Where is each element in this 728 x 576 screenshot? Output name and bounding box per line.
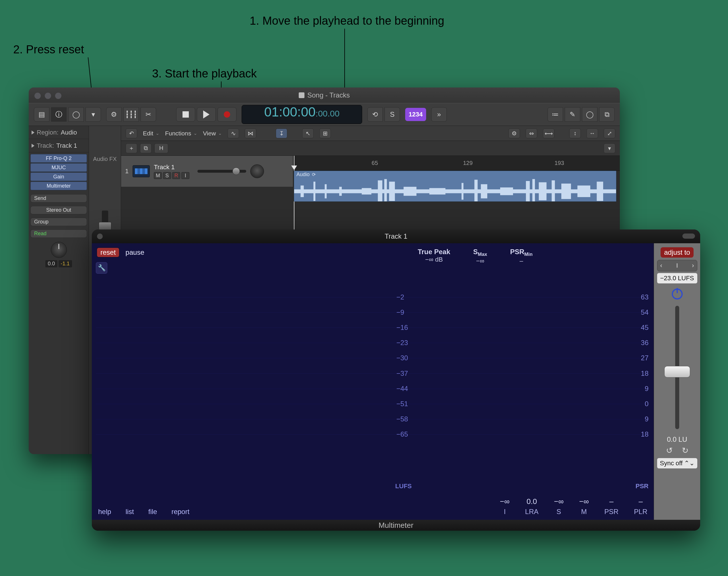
pointer-tool[interactable]: ↖ xyxy=(302,128,314,138)
cycle-button[interactable]: ⟲ xyxy=(367,107,383,122)
track-volume-slider[interactable] xyxy=(197,170,246,173)
flex-button[interactable]: ⋈ xyxy=(245,128,256,138)
send-chip[interactable]: Send xyxy=(30,194,87,203)
svg-rect-12 xyxy=(461,183,464,200)
svg-rect-18 xyxy=(539,182,547,200)
functions-menu[interactable]: Functions⌄ xyxy=(165,130,197,137)
track-row[interactable]: Track: Track 1 xyxy=(29,139,89,152)
resize-handle[interactable] xyxy=(682,233,695,239)
editors-button[interactable]: ✂ xyxy=(141,107,156,122)
timecode-display[interactable]: 01:00:00:00.00 xyxy=(242,105,362,124)
svg-rect-16 xyxy=(526,181,530,202)
drag-mode[interactable]: ⇔ xyxy=(526,128,537,138)
quick-help-button[interactable]: ◯ xyxy=(68,107,84,122)
svg-rect-22 xyxy=(597,181,603,201)
region-row[interactable]: Region: Audio xyxy=(29,126,89,139)
solo-button[interactable]: S xyxy=(385,107,400,122)
region-name: Audio xyxy=(297,172,310,178)
close-icon[interactable] xyxy=(97,233,103,239)
multimeter-window: Track 1 reset pause 🔧 True Peak −∞ dB SM… xyxy=(92,229,700,531)
svg-rect-15 xyxy=(500,187,513,195)
track-input-button[interactable]: I xyxy=(181,172,189,179)
track-pan-knob[interactable] xyxy=(250,164,264,178)
global-tracks-button[interactable]: H xyxy=(155,143,168,153)
record-button[interactable] xyxy=(218,107,236,122)
smart-controls-button[interactable]: ⚙ xyxy=(106,107,122,122)
annotation-step2: 2. Press reset xyxy=(13,43,84,56)
view-menu[interactable]: View⌄ xyxy=(203,130,222,137)
more-button[interactable]: » xyxy=(431,107,447,122)
pan-knob[interactable] xyxy=(51,242,67,258)
track-name[interactable]: Track 1 xyxy=(154,164,189,171)
timecode-sub: :00.00 xyxy=(316,109,339,118)
timecode-main: 01:00:00 xyxy=(264,105,316,118)
media-browser-button[interactable]: ⧉ xyxy=(599,107,615,122)
adjust-mode-stepper[interactable]: ‹ I › xyxy=(657,260,697,271)
list-menu[interactable]: list xyxy=(125,508,134,516)
trim-mode[interactable]: ⟷ xyxy=(543,128,554,138)
pause-button[interactable]: pause xyxy=(125,249,144,256)
chevron-left-icon[interactable]: ‹ xyxy=(660,262,662,269)
output-chip[interactable]: Stereo Out xyxy=(30,206,87,214)
track-icon[interactable] xyxy=(133,165,150,177)
toolbar-button[interactable]: ▾ xyxy=(85,107,101,122)
track-record-button[interactable]: R xyxy=(172,172,180,179)
help-menu[interactable]: help xyxy=(98,508,111,516)
insert-slot-0[interactable]: FF Pro-Q 2 xyxy=(30,154,87,163)
nav-back-button[interactable]: ↶ xyxy=(126,128,137,138)
loop-icon: ⟳ xyxy=(312,172,316,177)
inspector-button[interactable]: ⓘ xyxy=(51,107,66,122)
project-icon xyxy=(299,92,304,98)
zoom-fit-button[interactable]: ⤢ xyxy=(604,128,615,138)
gain-slider[interactable] xyxy=(675,306,679,429)
track-solo-button[interactable]: S xyxy=(163,172,171,179)
display-mode-chip[interactable]: 1234 xyxy=(405,108,426,121)
lufs-axis-label: −9 xyxy=(396,308,404,316)
edit-menu[interactable]: Edit⌄ xyxy=(143,130,159,137)
loudness-graph: reset pause 🔧 True Peak −∞ dB SMax −∞ PS… xyxy=(92,243,654,520)
power-icon[interactable] xyxy=(672,289,683,299)
stop-button[interactable] xyxy=(176,107,195,122)
play-button[interactable] xyxy=(197,107,216,122)
insert-slot-2[interactable]: Gain xyxy=(30,172,87,181)
report-menu[interactable]: report xyxy=(171,508,189,516)
zoom-h-button[interactable]: ↔ xyxy=(587,128,598,138)
adjustment-panel: adjust to ‹ I › −23.0 LUFS 0.0 LU ↺ ↻ Sy… xyxy=(654,243,700,520)
duplicate-track-button[interactable]: ⧉ xyxy=(140,143,151,153)
notepad-button[interactable]: ✎ xyxy=(565,107,580,122)
group-chip[interactable]: Group xyxy=(30,218,87,226)
chevron-right-icon[interactable]: › xyxy=(692,262,694,269)
insert-slot-1[interactable]: MJUC xyxy=(30,163,87,172)
target-lufs-field[interactable]: −23.0 LUFS xyxy=(657,273,697,283)
track-mute-button[interactable]: M xyxy=(154,172,162,179)
svg-rect-8 xyxy=(384,179,387,202)
library-button[interactable]: ▤ xyxy=(34,107,49,122)
redo-icon[interactable]: ↻ xyxy=(682,446,689,455)
svg-rect-14 xyxy=(481,184,487,198)
timeline-ruler[interactable]: 65 129 193 xyxy=(293,156,620,171)
window-title: Song - Tracks xyxy=(307,91,350,99)
snap-menu[interactable]: ⚙ xyxy=(508,128,520,138)
adjust-to-button[interactable]: adjust to xyxy=(661,247,694,258)
add-track-button[interactable]: ＋ xyxy=(126,143,137,153)
track-header[interactable]: 1 Track 1 M S R I xyxy=(121,156,293,187)
catch-button[interactable]: ▾ xyxy=(604,143,615,153)
zoom-v-button[interactable]: ↕ xyxy=(569,128,581,138)
reset-button[interactable]: reset xyxy=(97,248,119,257)
catch-playhead-button[interactable]: ↧ xyxy=(276,128,287,138)
lufs-axis-label: −30 xyxy=(396,354,408,362)
list-editors-button[interactable]: ≔ xyxy=(548,107,563,122)
loops-button[interactable]: ◯ xyxy=(582,107,597,122)
annotation-step3: 3. Start the playback xyxy=(152,67,257,80)
traffic-lights[interactable] xyxy=(34,93,61,99)
undo-icon[interactable]: ↺ xyxy=(666,446,673,455)
mixer-button[interactable]: ┇┇┇ xyxy=(123,107,139,122)
insert-slot-3[interactable]: Multimeter xyxy=(30,181,87,190)
automation-read-chip[interactable]: Read xyxy=(30,229,87,238)
sync-dropdown[interactable]: Sync off⌃⌄ xyxy=(657,458,697,468)
file-menu[interactable]: file xyxy=(148,508,157,516)
svg-rect-20 xyxy=(561,183,571,199)
audio-region[interactable]: Audio ⟳ xyxy=(294,171,616,202)
automation-button[interactable]: ∿ xyxy=(228,128,239,138)
marquee-tool[interactable]: ⊞ xyxy=(319,128,331,138)
